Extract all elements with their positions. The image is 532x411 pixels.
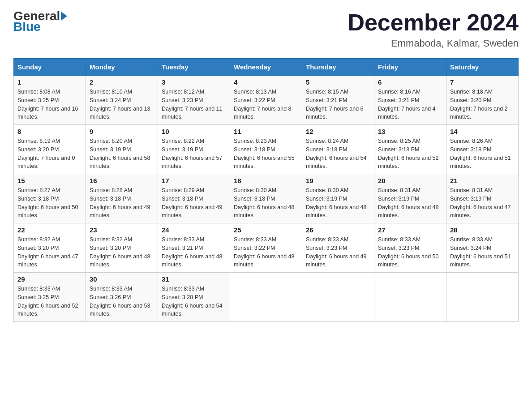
calendar-day-cell: 30 Sunrise: 8:33 AMSunset: 3:26 PMDaylig… [86, 273, 158, 322]
day-info: Sunrise: 8:32 AMSunset: 3:20 PMDaylight:… [90, 236, 150, 268]
day-number: 7 [450, 78, 515, 86]
col-sunday: Sunday [14, 59, 86, 76]
calendar-day-cell: 1 Sunrise: 8:08 AMSunset: 3:25 PMDayligh… [14, 76, 86, 125]
day-number: 19 [306, 177, 370, 184]
calendar-week-row: 22 Sunrise: 8:32 AMSunset: 3:20 PMDaylig… [14, 223, 519, 273]
logo-blue-text: Blue [13, 20, 41, 34]
calendar-day-cell: 23 Sunrise: 8:32 AMSunset: 3:20 PMDaylig… [86, 223, 158, 273]
calendar-day-cell [446, 273, 519, 322]
logo-arrow-icon [61, 12, 67, 21]
day-number: 2 [90, 78, 154, 86]
day-info: Sunrise: 8:20 AMSunset: 3:19 PMDaylight:… [90, 138, 150, 169]
day-info: Sunrise: 8:19 AMSunset: 3:20 PMDaylight:… [17, 138, 75, 169]
col-friday: Friday [374, 59, 446, 76]
day-info: Sunrise: 8:28 AMSunset: 3:18 PMDaylight:… [90, 187, 150, 218]
calendar-day-cell: 3 Sunrise: 8:12 AMSunset: 3:23 PMDayligh… [158, 76, 230, 125]
day-number: 5 [306, 78, 370, 86]
calendar-day-cell: 13 Sunrise: 8:25 AMSunset: 3:18 PMDaylig… [374, 125, 446, 174]
day-number: 27 [378, 226, 442, 234]
day-info: Sunrise: 8:30 AMSunset: 3:18 PMDaylight:… [234, 187, 295, 218]
calendar-day-cell: 12 Sunrise: 8:24 AMSunset: 3:18 PMDaylig… [302, 125, 374, 174]
calendar-day-cell: 15 Sunrise: 8:27 AMSunset: 3:18 PMDaylig… [14, 174, 86, 223]
calendar-day-cell: 21 Sunrise: 8:31 AMSunset: 3:19 PMDaylig… [446, 174, 519, 223]
calendar-day-cell: 18 Sunrise: 8:30 AMSunset: 3:18 PMDaylig… [230, 174, 302, 223]
calendar-day-cell: 26 Sunrise: 8:33 AMSunset: 3:23 PMDaylig… [302, 223, 374, 273]
calendar-header: Sunday Monday Tuesday Wednesday Thursday… [14, 59, 519, 76]
day-number: 16 [90, 177, 154, 184]
day-info: Sunrise: 8:33 AMSunset: 3:25 PMDaylight:… [17, 286, 78, 317]
page-header: General Blue December 2024 Emmaboda, Kal… [13, 9, 519, 49]
day-number: 17 [162, 177, 226, 184]
calendar-day-cell: 8 Sunrise: 8:19 AMSunset: 3:20 PMDayligh… [14, 125, 86, 174]
day-info: Sunrise: 8:26 AMSunset: 3:18 PMDaylight:… [450, 138, 511, 169]
calendar-body: 1 Sunrise: 8:08 AMSunset: 3:25 PMDayligh… [14, 76, 519, 322]
day-info: Sunrise: 8:33 AMSunset: 3:22 PMDaylight:… [234, 236, 295, 268]
day-number: 14 [450, 128, 515, 135]
calendar-day-cell: 25 Sunrise: 8:33 AMSunset: 3:22 PMDaylig… [230, 223, 302, 273]
day-number: 1 [17, 78, 82, 86]
day-number: 21 [450, 177, 515, 184]
day-number: 29 [17, 275, 82, 283]
calendar-day-cell: 14 Sunrise: 8:26 AMSunset: 3:18 PMDaylig… [446, 125, 519, 174]
calendar-day-cell: 19 Sunrise: 8:30 AMSunset: 3:19 PMDaylig… [302, 174, 374, 223]
day-info: Sunrise: 8:16 AMSunset: 3:21 PMDaylight:… [378, 89, 436, 120]
day-info: Sunrise: 8:25 AMSunset: 3:18 PMDaylight:… [378, 138, 439, 169]
calendar-day-cell [302, 273, 374, 322]
calendar-week-row: 1 Sunrise: 8:08 AMSunset: 3:25 PMDayligh… [14, 76, 519, 125]
calendar-week-row: 15 Sunrise: 8:27 AMSunset: 3:18 PMDaylig… [14, 174, 519, 223]
calendar-day-cell: 9 Sunrise: 8:20 AMSunset: 3:19 PMDayligh… [86, 125, 158, 174]
calendar-week-row: 8 Sunrise: 8:19 AMSunset: 3:20 PMDayligh… [14, 125, 519, 174]
col-monday: Monday [86, 59, 158, 76]
day-number: 30 [90, 275, 154, 283]
day-info: Sunrise: 8:30 AMSunset: 3:19 PMDaylight:… [306, 187, 367, 218]
day-info: Sunrise: 8:33 AMSunset: 3:23 PMDaylight:… [378, 236, 439, 268]
calendar-day-cell: 7 Sunrise: 8:18 AMSunset: 3:20 PMDayligh… [446, 76, 519, 125]
day-number: 3 [162, 78, 226, 86]
day-number: 31 [162, 275, 226, 283]
day-number: 15 [17, 177, 82, 184]
day-number: 18 [234, 177, 298, 184]
calendar-day-cell: 24 Sunrise: 8:33 AMSunset: 3:21 PMDaylig… [158, 223, 230, 273]
calendar-day-cell [374, 273, 446, 322]
weekday-header-row: Sunday Monday Tuesday Wednesday Thursday… [14, 59, 519, 76]
day-info: Sunrise: 8:33 AMSunset: 3:28 PMDaylight:… [162, 286, 223, 317]
day-number: 11 [234, 128, 298, 135]
calendar-day-cell: 5 Sunrise: 8:15 AMSunset: 3:21 PMDayligh… [302, 76, 374, 125]
calendar-day-cell: 29 Sunrise: 8:33 AMSunset: 3:25 PMDaylig… [14, 273, 86, 322]
day-info: Sunrise: 8:15 AMSunset: 3:21 PMDaylight:… [306, 89, 364, 120]
col-tuesday: Tuesday [158, 59, 230, 76]
col-thursday: Thursday [302, 59, 374, 76]
day-number: 9 [90, 128, 154, 135]
day-info: Sunrise: 8:24 AMSunset: 3:18 PMDaylight:… [306, 138, 367, 169]
day-number: 28 [450, 226, 515, 234]
day-info: Sunrise: 8:22 AMSunset: 3:19 PMDaylight:… [162, 138, 223, 169]
calendar-day-cell: 11 Sunrise: 8:23 AMSunset: 3:18 PMDaylig… [230, 125, 302, 174]
day-info: Sunrise: 8:23 AMSunset: 3:18 PMDaylight:… [234, 138, 295, 169]
calendar-day-cell: 28 Sunrise: 8:33 AMSunset: 3:24 PMDaylig… [446, 223, 519, 273]
calendar-day-cell: 2 Sunrise: 8:10 AMSunset: 3:24 PMDayligh… [86, 76, 158, 125]
day-info: Sunrise: 8:08 AMSunset: 3:25 PMDaylight:… [17, 89, 78, 120]
day-number: 10 [162, 128, 226, 135]
calendar-day-cell: 31 Sunrise: 8:33 AMSunset: 3:28 PMDaylig… [158, 273, 230, 322]
day-number: 6 [378, 78, 442, 86]
day-number: 23 [90, 226, 154, 234]
day-info: Sunrise: 8:31 AMSunset: 3:19 PMDaylight:… [378, 187, 439, 218]
day-info: Sunrise: 8:29 AMSunset: 3:18 PMDaylight:… [162, 187, 223, 218]
logo: General Blue [13, 9, 68, 34]
month-year-title: December 2024 [348, 9, 519, 36]
calendar-day-cell: 6 Sunrise: 8:16 AMSunset: 3:21 PMDayligh… [374, 76, 446, 125]
calendar-day-cell: 17 Sunrise: 8:29 AMSunset: 3:18 PMDaylig… [158, 174, 230, 223]
calendar-day-cell: 27 Sunrise: 8:33 AMSunset: 3:23 PMDaylig… [374, 223, 446, 273]
calendar-week-row: 29 Sunrise: 8:33 AMSunset: 3:25 PMDaylig… [14, 273, 519, 322]
calendar-day-cell [230, 273, 302, 322]
day-number: 12 [306, 128, 370, 135]
day-info: Sunrise: 8:33 AMSunset: 3:23 PMDaylight:… [306, 236, 367, 268]
title-section: December 2024 Emmaboda, Kalmar, Sweden [348, 9, 519, 49]
day-info: Sunrise: 8:33 AMSunset: 3:26 PMDaylight:… [90, 286, 150, 317]
day-info: Sunrise: 8:12 AMSunset: 3:23 PMDaylight:… [162, 89, 223, 120]
calendar-day-cell: 4 Sunrise: 8:13 AMSunset: 3:22 PMDayligh… [230, 76, 302, 125]
day-number: 4 [234, 78, 298, 86]
day-info: Sunrise: 8:13 AMSunset: 3:22 PMDaylight:… [234, 89, 292, 120]
day-info: Sunrise: 8:18 AMSunset: 3:20 PMDaylight:… [450, 89, 508, 120]
calendar-day-cell: 16 Sunrise: 8:28 AMSunset: 3:18 PMDaylig… [86, 174, 158, 223]
